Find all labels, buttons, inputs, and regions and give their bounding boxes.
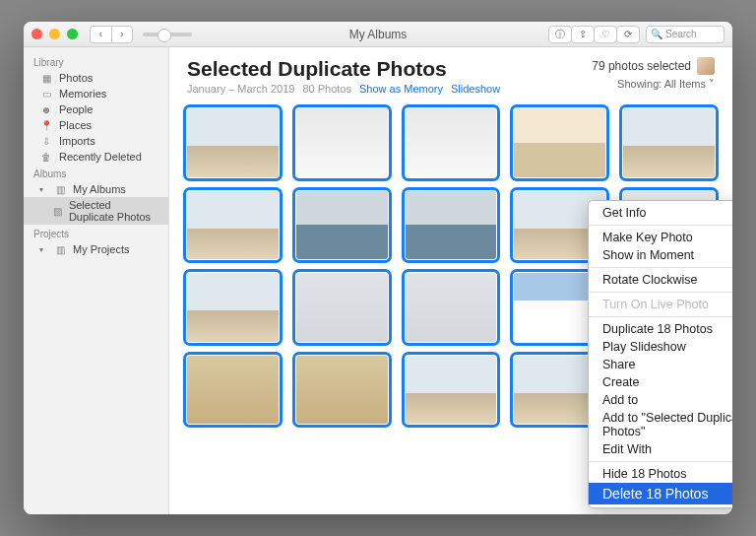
- selection-count: 79 photos selected: [592, 59, 691, 73]
- menu-add-to-album[interactable]: Add to "Selected Duplicate Photos": [589, 409, 732, 440]
- slideshow-link[interactable]: Slideshow: [451, 83, 500, 95]
- menu-duplicate[interactable]: Duplicate 18 Photos: [589, 320, 732, 338]
- sidebar-item-memories[interactable]: ▭Memories: [24, 86, 168, 101]
- context-menu: Get Info Make Key Photo Show in Moment R…: [588, 200, 732, 508]
- menu-separator: [589, 461, 732, 462]
- search-icon: 🔍: [651, 29, 662, 39]
- photo-thumbnail[interactable]: [296, 108, 388, 177]
- menu-hide[interactable]: Hide 18 Photos: [589, 465, 732, 483]
- menu-add-to[interactable]: Add to▶: [589, 391, 732, 409]
- memories-icon: ▭: [39, 88, 53, 100]
- minimize-window-button[interactable]: [49, 29, 60, 39]
- photo-thumbnail[interactable]: [406, 273, 497, 342]
- window-title: My Albums: [349, 28, 408, 41]
- menu-create[interactable]: Create▶: [589, 373, 732, 391]
- photo-thumbnail[interactable]: [296, 356, 388, 425]
- chevron-down-icon: ˅: [709, 78, 715, 90]
- photo-thumbnail[interactable]: [296, 273, 388, 342]
- zoom-slider[interactable]: [143, 33, 192, 36]
- disclosure-icon[interactable]: ▾: [39, 245, 47, 254]
- sidebar-group-library: Library: [24, 53, 168, 70]
- zoom-window-button[interactable]: [67, 29, 78, 39]
- trash-icon: 🗑: [39, 151, 53, 163]
- menu-rotate-clockwise[interactable]: Rotate Clockwise: [589, 271, 732, 289]
- photo-thumbnail[interactable]: [187, 108, 279, 177]
- sidebar-item-people[interactable]: ☻People: [24, 101, 168, 117]
- menu-separator: [589, 316, 732, 317]
- photo-thumbnail[interactable]: [623, 108, 715, 177]
- disclosure-icon[interactable]: ▾: [39, 185, 47, 194]
- menu-play-slideshow[interactable]: Play Slideshow: [589, 338, 732, 356]
- folder-icon: ▥: [53, 183, 67, 195]
- sidebar-item-recently-deleted[interactable]: 🗑Recently Deleted: [24, 149, 168, 165]
- share-button[interactable]: ⇪: [571, 26, 595, 43]
- forward-button[interactable]: ›: [111, 26, 133, 43]
- menu-delete[interactable]: Delete 18 Photos: [589, 483, 732, 504]
- photo-thumbnail[interactable]: [514, 108, 605, 177]
- app-window: ‹ › My Albums ⓘ ⇪ ♡ ⟳ 🔍 Search Library ▦…: [24, 22, 732, 514]
- show-as-memory-link[interactable]: Show as Memory: [359, 83, 443, 95]
- sidebar-item-my-projects[interactable]: ▾▥My Projects: [24, 241, 168, 257]
- sidebar-item-places[interactable]: 📍Places: [24, 117, 168, 133]
- menu-make-key-photo[interactable]: Make Key Photo: [589, 229, 732, 246]
- folder-icon: ▥: [53, 243, 67, 255]
- window-controls: [32, 29, 78, 39]
- close-window-button[interactable]: [32, 29, 42, 39]
- menu-separator: [589, 292, 732, 293]
- menu-show-in-moment[interactable]: Show in Moment: [589, 246, 732, 264]
- photos-icon: ▦: [39, 72, 53, 84]
- info-button[interactable]: ⓘ: [548, 26, 572, 43]
- places-icon: 📍: [39, 119, 53, 131]
- main-content: Selected Duplicate Photos January – Marc…: [169, 47, 732, 514]
- photo-thumbnail[interactable]: [406, 191, 497, 260]
- nav-buttons: ‹ ›: [90, 26, 133, 43]
- back-button[interactable]: ‹: [90, 26, 111, 43]
- photo-thumbnail[interactable]: [187, 273, 279, 342]
- menu-edit-with[interactable]: Edit With▶: [589, 440, 732, 458]
- sidebar-item-photos[interactable]: ▦Photos: [24, 70, 168, 86]
- imports-icon: ⇩: [39, 135, 53, 147]
- sidebar-item-selected-duplicates[interactable]: ▧Selected Duplicate Photos: [24, 197, 168, 225]
- people-icon: ☻: [39, 103, 53, 115]
- photo-thumbnail[interactable]: [406, 356, 497, 425]
- menu-separator: [589, 225, 732, 226]
- sidebar-group-albums: Albums: [24, 165, 168, 181]
- titlebar: ‹ › My Albums ⓘ ⇪ ♡ ⟳ 🔍 Search: [24, 22, 732, 47]
- sidebar-item-imports[interactable]: ⇩Imports: [24, 133, 168, 149]
- photo-thumbnail[interactable]: [296, 191, 388, 260]
- favorite-button[interactable]: ♡: [594, 26, 617, 43]
- avatar[interactable]: [697, 57, 715, 75]
- sidebar: Library ▦Photos ▭Memories ☻People 📍Place…: [24, 47, 169, 514]
- menu-share[interactable]: Share▶: [589, 356, 732, 373]
- menu-live-photo: Turn On Live Photo: [589, 296, 732, 313]
- menu-get-info[interactable]: Get Info: [589, 204, 732, 222]
- page-title: Selected Duplicate Photos: [187, 57, 500, 81]
- photo-thumbnail[interactable]: [187, 356, 279, 425]
- search-input[interactable]: 🔍 Search: [646, 26, 724, 43]
- showing-filter[interactable]: Showing: All Items ˅: [592, 78, 715, 91]
- menu-separator: [589, 267, 732, 268]
- album-icon: ▧: [53, 205, 63, 217]
- photo-thumbnail[interactable]: [406, 108, 497, 177]
- sidebar-group-projects: Projects: [24, 225, 168, 241]
- photo-thumbnail[interactable]: [187, 191, 279, 260]
- date-range: January – March 2019: [187, 83, 294, 95]
- photo-count: 80 Photos: [302, 83, 351, 95]
- sidebar-item-my-albums[interactable]: ▾▥My Albums: [24, 181, 168, 197]
- rotate-button[interactable]: ⟳: [616, 26, 640, 43]
- search-placeholder: Search: [665, 29, 697, 39]
